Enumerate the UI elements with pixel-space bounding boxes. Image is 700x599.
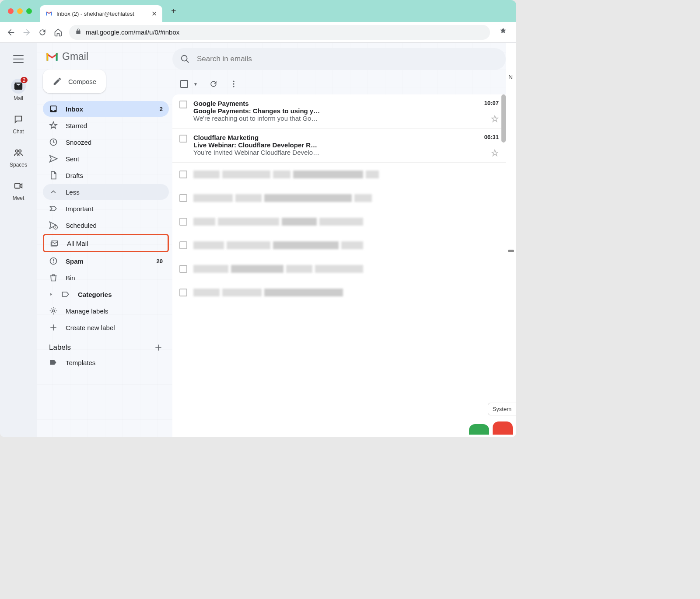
email-checkbox[interactable] bbox=[179, 218, 187, 226]
compose-button[interactable]: Compose bbox=[43, 70, 106, 93]
sidebar-item-bin[interactable]: Bin bbox=[43, 270, 169, 286]
rail-chat[interactable]: Chat bbox=[11, 112, 26, 135]
sidebar-item-important[interactable]: Important bbox=[43, 201, 169, 216]
browser-back-button[interactable] bbox=[6, 28, 16, 37]
add-label-icon[interactable] bbox=[154, 343, 163, 352]
slider-indicator bbox=[508, 250, 514, 252]
meet-icon bbox=[11, 178, 26, 193]
new-tab-button[interactable]: + bbox=[162, 6, 185, 16]
sidebar-item-drafts[interactable]: Drafts bbox=[43, 167, 169, 183]
browser-tab-strip: Inbox (2) - shekhar@techlatest ✕ + bbox=[0, 0, 516, 22]
rail-mail[interactable]: 2 Mail bbox=[11, 79, 26, 101]
browser-tab[interactable]: Inbox (2) - shekhar@techlatest ✕ bbox=[40, 5, 162, 22]
email-checkbox[interactable] bbox=[179, 135, 187, 143]
mail-icon: 2 bbox=[11, 79, 26, 94]
url-bar[interactable]: mail.google.com/mail/u/0/#inbox bbox=[69, 25, 490, 40]
select-dropdown-icon[interactable]: ▼ bbox=[193, 82, 198, 87]
label-fill-icon bbox=[49, 358, 58, 367]
sidebar-label-templates[interactable]: Templates bbox=[43, 355, 169, 370]
svg-rect-2 bbox=[15, 184, 20, 188]
rail-meet[interactable]: Meet bbox=[11, 178, 26, 201]
main-menu-button[interactable] bbox=[13, 55, 24, 63]
svg-point-9 bbox=[233, 81, 234, 82]
svg-point-0 bbox=[16, 150, 18, 153]
sidebar-item-starred[interactable]: Starred bbox=[43, 118, 169, 133]
email-row-redacted[interactable] bbox=[172, 186, 506, 210]
system-badge[interactable]: System bbox=[488, 403, 516, 415]
file-icon bbox=[49, 171, 58, 180]
tab-close-icon[interactable]: ✕ bbox=[151, 10, 157, 18]
rail-spaces[interactable]: Spaces bbox=[10, 145, 27, 168]
sidebar-item-all-mail[interactable]: All Mail bbox=[43, 234, 169, 252]
left-rail: 2 Mail Chat Spaces Meet bbox=[0, 43, 37, 437]
labels-header: Labels bbox=[43, 335, 169, 355]
gmail-favicon-icon bbox=[45, 10, 53, 17]
email-row[interactable]: Cloudflare Marketing Live Webinar: Cloud… bbox=[172, 129, 506, 163]
sidebar: Gmail Compose Inbox 2 Starred Snoozed Se… bbox=[37, 43, 172, 437]
sidebar-item-less[interactable]: Less bbox=[43, 184, 169, 200]
email-checkbox[interactable] bbox=[179, 241, 187, 249]
window-close-button[interactable] bbox=[8, 8, 14, 14]
browser-tab-title: Inbox (2) - shekhar@techlatest bbox=[56, 10, 134, 17]
spaces-icon bbox=[11, 145, 26, 160]
browser-toolbar: mail.google.com/mail/u/0/#inbox bbox=[0, 22, 516, 43]
sidebar-item-manage-labels[interactable]: Manage labels bbox=[43, 303, 169, 319]
star-outline-icon[interactable] bbox=[491, 149, 499, 157]
sidebar-item-snoozed[interactable]: Snoozed bbox=[43, 134, 169, 150]
chat-icon bbox=[11, 112, 26, 127]
sidebar-item-inbox[interactable]: Inbox 2 bbox=[43, 101, 169, 117]
sidebar-item-sent[interactable]: Sent bbox=[43, 151, 169, 167]
email-checkbox[interactable] bbox=[179, 265, 187, 273]
browser-forward-button[interactable] bbox=[22, 28, 32, 37]
email-row-redacted[interactable] bbox=[172, 210, 506, 233]
important-icon bbox=[49, 204, 58, 213]
extension-icon[interactable] bbox=[496, 27, 510, 38]
gear-icon bbox=[49, 306, 58, 315]
plus-icon bbox=[49, 323, 58, 332]
browser-home-button[interactable] bbox=[53, 28, 63, 37]
browser-reload-button[interactable] bbox=[38, 28, 47, 37]
sidebar-item-spam[interactable]: Spam 20 bbox=[43, 253, 169, 269]
all-mail-icon bbox=[50, 239, 59, 247]
sidebar-item-categories[interactable]: Categories bbox=[43, 286, 169, 302]
svg-point-8 bbox=[182, 56, 187, 61]
gmail-logo[interactable]: Gmail bbox=[43, 47, 169, 70]
email-row-redacted[interactable] bbox=[172, 281, 506, 304]
window-maximize-button[interactable] bbox=[26, 8, 32, 14]
svg-point-7 bbox=[52, 310, 55, 312]
more-icon[interactable] bbox=[229, 80, 238, 88]
clock-icon bbox=[49, 138, 58, 146]
email-toolbar: ▼ bbox=[172, 73, 506, 94]
search-input[interactable] bbox=[197, 55, 498, 63]
url-text: mail.google.com/mail/u/0/#inbox bbox=[86, 28, 179, 36]
email-checkbox[interactable] bbox=[179, 289, 187, 296]
window-minimize-button[interactable] bbox=[17, 8, 23, 14]
hangout-fab-peek-2[interactable] bbox=[493, 421, 513, 435]
email-row-redacted[interactable] bbox=[172, 163, 506, 186]
sidebar-item-create-label[interactable]: Create new label bbox=[43, 320, 169, 335]
select-all-checkbox[interactable] bbox=[180, 80, 188, 88]
email-checkbox[interactable] bbox=[179, 171, 187, 178]
email-row[interactable]: Google Payments Google Payments: Changes… bbox=[172, 94, 506, 129]
email-row-redacted[interactable] bbox=[172, 257, 506, 281]
star-icon bbox=[49, 121, 58, 130]
pencil-icon bbox=[52, 77, 62, 86]
hangout-fab-peek[interactable] bbox=[469, 424, 489, 435]
svg-point-1 bbox=[19, 150, 21, 153]
search-icon bbox=[180, 54, 190, 64]
email-checkbox[interactable] bbox=[179, 194, 187, 202]
inbox-icon bbox=[49, 104, 58, 113]
star-outline-icon[interactable] bbox=[491, 115, 499, 123]
scrollbar[interactable] bbox=[501, 94, 506, 143]
search-bar[interactable] bbox=[172, 48, 506, 70]
svg-point-11 bbox=[233, 86, 234, 87]
label-icon bbox=[61, 290, 70, 299]
scheduled-icon bbox=[49, 221, 58, 230]
mail-badge: 2 bbox=[21, 77, 28, 83]
refresh-icon[interactable] bbox=[209, 80, 218, 88]
email-list[interactable]: Google Payments Google Payments: Changes… bbox=[172, 94, 506, 437]
email-checkbox[interactable] bbox=[179, 101, 187, 108]
main-content: ▼ Google Payments Google Payments: Chang… bbox=[172, 43, 506, 437]
sidebar-item-scheduled[interactable]: Scheduled bbox=[43, 217, 169, 233]
email-row-redacted[interactable] bbox=[172, 233, 506, 257]
